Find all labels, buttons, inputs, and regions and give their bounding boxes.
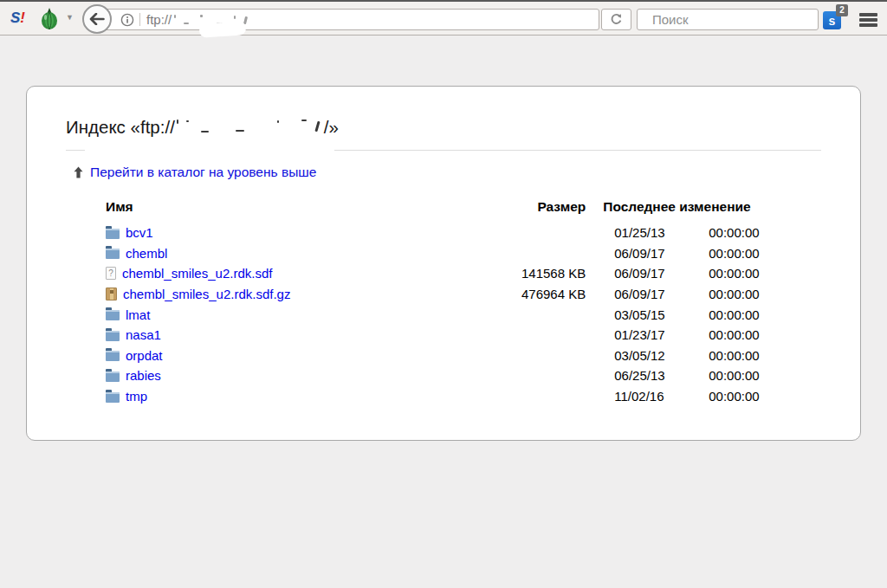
folder-icon bbox=[106, 249, 120, 259]
url-text: ftp:// bbox=[146, 12, 172, 27]
table-row: tmp 11/02/16 00:00:00 bbox=[106, 386, 795, 407]
column-header-size[interactable]: Размер bbox=[521, 199, 586, 223]
up-arrow-icon bbox=[74, 166, 83, 178]
file-modified-time: 00:00:00 bbox=[709, 365, 795, 386]
table-row: bcv1 01/25/13 00:00:00 bbox=[106, 223, 795, 243]
file-table: Имя Размер Последнее изменение bcv1 01/2… bbox=[106, 199, 795, 406]
page-title-prefix: Индекс «ftp:// bbox=[66, 117, 175, 137]
tor-onion-icon bbox=[40, 8, 59, 30]
s-logo-letter: S bbox=[10, 10, 20, 26]
file-size: 141568 KB bbox=[521, 263, 586, 284]
file-size bbox=[521, 365, 586, 386]
title-redaction-scribble bbox=[175, 118, 324, 135]
folder-icon bbox=[106, 229, 120, 239]
folder-icon bbox=[106, 351, 120, 361]
file-link[interactable]: nasa1 bbox=[126, 327, 161, 342]
urlbar-separator bbox=[139, 13, 140, 26]
folder-icon bbox=[106, 310, 120, 320]
reload-icon bbox=[610, 13, 623, 26]
url-redaction-scribble-overflow bbox=[199, 21, 247, 38]
extension-glyph: s bbox=[829, 13, 836, 29]
back-button[interactable] bbox=[82, 4, 112, 34]
hamburger-icon bbox=[859, 13, 877, 16]
file-modified-time: 00:00:00 bbox=[709, 325, 795, 346]
file-modified-date: 06/25/13 bbox=[586, 365, 709, 386]
table-row: chembl 06/09/17 00:00:00 bbox=[106, 243, 795, 264]
file-modified-date: 06/09/17 bbox=[586, 263, 709, 284]
s-logo-exclamation: ! bbox=[20, 10, 25, 26]
parent-dir-link[interactable]: Перейти в каталог на уровень выше bbox=[90, 165, 316, 180]
file-modified-date: 01/23/17 bbox=[586, 325, 709, 346]
table-header-row: Имя Размер Последнее изменение bbox=[106, 199, 795, 223]
table-row: chembl_smiles_u2.rdk.sdf.gz 476964 KB 06… bbox=[106, 284, 795, 305]
file-modified-time: 00:00:00 bbox=[709, 386, 795, 407]
table-row: chembl_smiles_u2.rdk.sdf 141568 KB 06/09… bbox=[106, 263, 795, 284]
file-size bbox=[521, 243, 586, 264]
page-title: Индекс «ftp:// /» bbox=[66, 116, 821, 139]
info-icon[interactable] bbox=[120, 13, 134, 27]
archive-icon bbox=[106, 288, 117, 300]
parent-dir-link-row: Перейти в каталог на уровень выше bbox=[74, 165, 821, 180]
file-table-body: bcv1 01/25/13 00:00:00 chembl 06/09/17 0… bbox=[106, 223, 795, 406]
directory-listing-card: Индекс «ftp:// /» Перейти в ката bbox=[26, 86, 861, 441]
reload-button[interactable] bbox=[601, 9, 631, 30]
file-size: 476964 KB bbox=[521, 284, 586, 305]
s-exclamation-logo-button[interactable]: S! bbox=[10, 10, 25, 27]
file-modified-date: 03/05/15 bbox=[586, 304, 709, 325]
tor-onion-button[interactable] bbox=[40, 8, 59, 30]
file-unknown-icon bbox=[106, 267, 116, 280]
table-row: nasa1 01/23/17 00:00:00 bbox=[106, 325, 795, 346]
file-link[interactable]: lmat bbox=[126, 307, 150, 322]
search-input[interactable] bbox=[651, 11, 826, 28]
file-size bbox=[521, 325, 586, 346]
file-modified-time: 00:00:00 bbox=[709, 263, 795, 284]
title-divider bbox=[66, 150, 821, 151]
file-modified-time: 00:00:00 bbox=[709, 304, 795, 325]
file-size bbox=[521, 223, 586, 243]
file-size bbox=[521, 346, 586, 366]
menu-button[interactable] bbox=[859, 13, 877, 27]
file-modified-time: 00:00:00 bbox=[709, 223, 795, 243]
folder-icon bbox=[106, 372, 120, 382]
file-modified-date: 01/25/13 bbox=[586, 223, 709, 243]
browser-window: S! ▼ bbox=[0, 0, 887, 588]
table-row: rabies 06/25/13 00:00:00 bbox=[106, 365, 795, 386]
file-link[interactable]: orpdat bbox=[126, 348, 163, 363]
folder-icon bbox=[106, 331, 120, 341]
file-modified-time: 00:00:00 bbox=[709, 284, 795, 305]
file-modified-time: 00:00:00 bbox=[709, 243, 795, 264]
file-modified-time: 00:00:00 bbox=[709, 346, 795, 366]
extension-button[interactable]: s 2 bbox=[823, 11, 841, 29]
folder-icon bbox=[106, 392, 120, 403]
file-link[interactable]: chembl_smiles_u2.rdk.sdf bbox=[122, 266, 272, 281]
chevron-down-icon[interactable]: ▼ bbox=[66, 13, 74, 22]
search-box bbox=[637, 9, 819, 30]
file-modified-date: 06/09/17 bbox=[586, 284, 709, 305]
file-link[interactable]: tmp bbox=[126, 389, 147, 404]
file-size bbox=[521, 304, 586, 325]
divider-scribble-gap bbox=[85, 148, 334, 152]
column-header-name[interactable]: Имя bbox=[106, 199, 521, 223]
column-header-modified[interactable]: Последнее изменение bbox=[586, 199, 795, 223]
file-modified-date: 03/05/12 bbox=[586, 346, 709, 366]
browser-toolbar: S! ▼ bbox=[0, 0, 887, 36]
extension-badge: 2 bbox=[836, 4, 848, 16]
url-bar[interactable]: ftp:// bbox=[96, 9, 599, 30]
file-size bbox=[521, 386, 586, 407]
file-link[interactable]: chembl bbox=[126, 246, 167, 261]
back-arrow-icon bbox=[89, 13, 105, 25]
file-modified-date: 06/09/17 bbox=[586, 243, 709, 264]
table-row: lmat 03/05/15 00:00:00 bbox=[106, 304, 795, 325]
file-modified-date: 11/02/16 bbox=[586, 386, 709, 407]
file-link[interactable]: rabies bbox=[126, 368, 161, 383]
file-link[interactable]: bcv1 bbox=[126, 225, 153, 240]
file-link[interactable]: chembl_smiles_u2.rdk.sdf.gz bbox=[123, 287, 290, 301]
content-area: Индекс «ftp:// /» Перейти в ката bbox=[0, 37, 887, 588]
table-row: orpdat 03/05/12 00:00:00 bbox=[106, 346, 795, 366]
page-title-suffix: /» bbox=[324, 117, 339, 137]
